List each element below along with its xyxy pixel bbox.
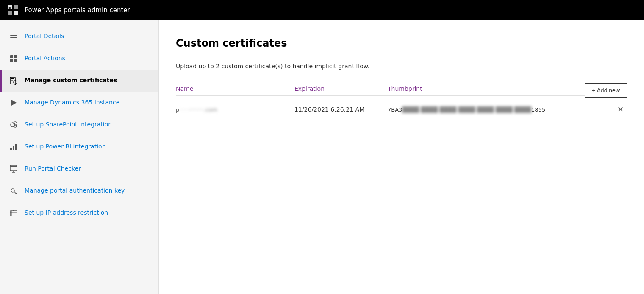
sidebar-item-manage-custom-certificates[interactable]: Manage custom certificates bbox=[0, 70, 158, 92]
main-content: Custom certificates Upload up to 2 custo… bbox=[159, 20, 644, 294]
sidebar-label-sharepoint: Set up SharePoint integration bbox=[25, 120, 112, 129]
sidebar-item-portal-actions[interactable]: Portal Actions bbox=[0, 48, 158, 70]
svg-rect-23 bbox=[10, 148, 12, 150]
grid-icon bbox=[8, 53, 19, 64]
chart-icon bbox=[8, 142, 19, 152]
svg-marker-19 bbox=[11, 100, 17, 106]
sidebar-item-power-bi-integration[interactable]: Set up Power BI integration bbox=[0, 136, 158, 158]
svg-rect-27 bbox=[10, 166, 17, 167]
page-description: Upload up to 2 custom certificate(s) to … bbox=[176, 63, 627, 70]
svg-rect-3 bbox=[14, 11, 18, 15]
sidebar-item-manage-dynamics[interactable]: Manage Dynamics 365 Instance bbox=[0, 92, 158, 114]
sidebar-label-auth-key: Manage portal authentication key bbox=[25, 187, 125, 195]
svg-rect-9 bbox=[10, 55, 13, 58]
sidebar-label-manage-dynamics: Manage Dynamics 365 Instance bbox=[25, 98, 119, 107]
col-header-expiration: Expiration bbox=[294, 85, 388, 92]
cell-expiration: 11/26/2021 6:26:21 AM bbox=[294, 106, 388, 113]
cert-icon bbox=[8, 76, 19, 86]
svg-rect-7 bbox=[10, 37, 17, 38]
svg-rect-11 bbox=[10, 59, 13, 62]
sidebar-item-ip-restriction[interactable]: Set up IP address restriction bbox=[0, 202, 158, 224]
svg-rect-12 bbox=[14, 59, 17, 62]
svg-rect-5 bbox=[10, 34, 17, 34]
sidebar-item-portal-checker[interactable]: Run Portal Checker bbox=[0, 158, 158, 180]
svg-rect-24 bbox=[13, 146, 14, 150]
svg-rect-1 bbox=[8, 11, 12, 15]
play-icon bbox=[8, 98, 19, 108]
sidebar-label-portal-actions: Portal Actions bbox=[25, 54, 65, 63]
sidebar-label-portal-details: Portal Details bbox=[25, 32, 64, 41]
cell-thumbprint: 7BA3████ ████ ████ ████ ████ ████ ████18… bbox=[388, 106, 627, 113]
svg-rect-25 bbox=[15, 144, 17, 150]
sidebar: Portal Details Portal Actions bbox=[0, 20, 159, 294]
sidebar-item-auth-key[interactable]: Manage portal authentication key bbox=[0, 180, 158, 202]
sidebar-label-ip-restriction: Set up IP address restriction bbox=[25, 209, 108, 217]
app-logo bbox=[7, 4, 19, 16]
svg-rect-2 bbox=[14, 5, 18, 9]
app-header: Power Apps portals admin center bbox=[0, 0, 644, 20]
key-icon bbox=[8, 186, 19, 196]
svg-rect-34 bbox=[10, 211, 17, 216]
cert-table-header: Name Expiration Thumbprint + Add new bbox=[176, 83, 627, 98]
svg-rect-18 bbox=[11, 80, 13, 81]
svg-rect-10 bbox=[14, 55, 17, 58]
table-row: p · · ·········.com 11/26/2021 6:26:21 A… bbox=[176, 101, 627, 118]
svg-rect-17 bbox=[11, 78, 14, 79]
sidebar-item-portal-details[interactable]: Portal Details bbox=[0, 25, 158, 48]
sidebar-label-portal-checker: Run Portal Checker bbox=[25, 165, 81, 173]
col-header-thumbprint: Thumbprint bbox=[388, 85, 585, 92]
col-header-name: Name bbox=[176, 85, 294, 92]
sidebar-label-power-bi: Set up Power BI integration bbox=[25, 143, 106, 151]
svg-point-30 bbox=[11, 189, 14, 192]
app-title: Power Apps portals admin center bbox=[25, 6, 130, 14]
list-icon bbox=[8, 31, 19, 42]
sidebar-item-sharepoint-integration[interactable]: Set up SharePoint integration bbox=[0, 114, 158, 136]
svg-rect-6 bbox=[10, 35, 17, 36]
add-new-button[interactable]: + Add new bbox=[585, 83, 627, 98]
sharepoint-icon bbox=[8, 120, 19, 130]
page-title: Custom certificates bbox=[176, 37, 627, 49]
svg-line-16 bbox=[15, 84, 16, 85]
remove-certificate-button[interactable]: ✕ bbox=[614, 103, 627, 116]
ip-icon bbox=[8, 208, 19, 218]
cell-name: p · · ·········.com bbox=[176, 106, 294, 113]
svg-rect-8 bbox=[10, 39, 14, 39]
sidebar-label-manage-custom-certificates: Manage custom certificates bbox=[25, 76, 117, 85]
checker-icon bbox=[8, 164, 19, 174]
